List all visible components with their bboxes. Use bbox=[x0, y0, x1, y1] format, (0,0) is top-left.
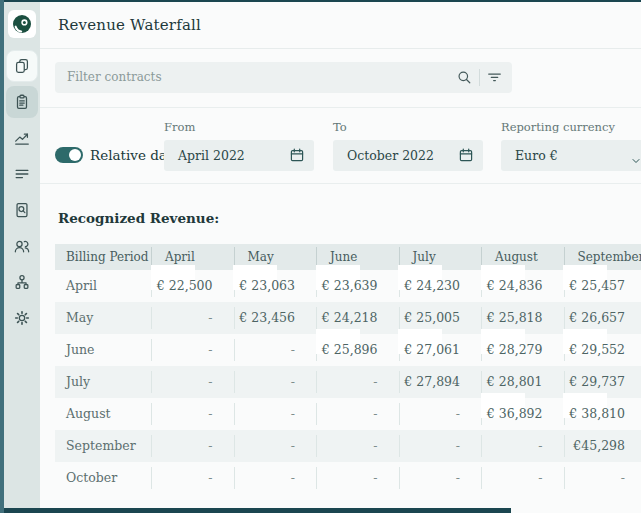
row-label: August bbox=[55, 398, 151, 430]
revenue-value: € 25,457 bbox=[569, 270, 625, 302]
table-cell: € 23,063 bbox=[234, 270, 317, 302]
to-label: To bbox=[333, 120, 347, 134]
empty-value: - bbox=[456, 430, 460, 462]
table-cell: - bbox=[234, 334, 317, 366]
empty-value: - bbox=[373, 366, 377, 398]
sidebar-item-customers[interactable] bbox=[6, 230, 38, 262]
table-cell: - bbox=[151, 366, 234, 398]
revenue-value: € 27,061 bbox=[404, 334, 460, 366]
revenue-table: Billing PeriodAprilMayJuneJulyAugustSept… bbox=[55, 244, 641, 494]
window-frame-top bbox=[0, 0, 641, 2]
page-title: Revenue Waterfall bbox=[40, 2, 641, 49]
empty-value: - bbox=[208, 430, 212, 462]
row-label: July bbox=[55, 366, 151, 398]
table-cell: - bbox=[564, 462, 641, 494]
window-frame-bottom bbox=[0, 508, 511, 513]
empty-value: - bbox=[291, 398, 295, 430]
sidebar-item-integrations[interactable] bbox=[6, 266, 38, 298]
table-cell: € 27,894 bbox=[399, 366, 482, 398]
main-content: Revenue Waterfall Filter contracts bbox=[40, 2, 641, 508]
table-cell: - bbox=[481, 462, 564, 494]
empty-value: - bbox=[373, 462, 377, 494]
empty-value: - bbox=[291, 462, 295, 494]
table-cell: - bbox=[316, 366, 399, 398]
filter-contracts-input[interactable]: Filter contracts bbox=[55, 62, 512, 93]
sidebar-item-contracts[interactable] bbox=[6, 86, 38, 118]
sidebar-item-documents[interactable] bbox=[6, 50, 38, 82]
calendar-icon[interactable] bbox=[289, 147, 305, 167]
table-cell: - bbox=[316, 430, 399, 462]
table-cell: - bbox=[151, 462, 234, 494]
sidebar-nav bbox=[6, 50, 38, 338]
users-icon bbox=[13, 237, 31, 255]
empty-value: - bbox=[208, 334, 212, 366]
revenue-value: € 28,279 bbox=[487, 334, 543, 366]
table-cell: € 23,639 bbox=[316, 270, 399, 302]
recognized-revenue-section: Recognized Revenue: Billing PeriodAprilM… bbox=[40, 184, 641, 494]
table-cell: € 23,456 bbox=[234, 302, 317, 334]
search-row: Filter contracts bbox=[40, 49, 641, 108]
calendar-icon[interactable] bbox=[458, 147, 474, 167]
empty-value: - bbox=[373, 398, 377, 430]
revenue-value: € 38,810 bbox=[569, 398, 625, 430]
table-cell: - bbox=[481, 430, 564, 462]
from-date-field[interactable]: April 2022 bbox=[164, 140, 314, 171]
table-row: September-----€45,298 bbox=[55, 430, 641, 462]
file-search-icon bbox=[13, 201, 31, 219]
gear-icon bbox=[13, 309, 31, 327]
sidebar bbox=[4, 2, 40, 508]
to-date-field[interactable]: October 2022 bbox=[333, 140, 483, 171]
sidebar-item-invoice-search[interactable] bbox=[6, 194, 38, 226]
table-row: August----€ 36,892€ 38,810 bbox=[55, 398, 641, 430]
empty-value: - bbox=[208, 462, 212, 494]
from-label: From bbox=[164, 120, 195, 134]
relative-date-toggle[interactable] bbox=[55, 147, 83, 163]
search-icon[interactable] bbox=[456, 69, 473, 90]
empty-value: - bbox=[291, 334, 295, 366]
from-date-value: April 2022 bbox=[178, 140, 245, 171]
revenue-value: € 36,892 bbox=[487, 398, 543, 430]
sidebar-item-settings[interactable] bbox=[6, 302, 38, 334]
table-cell: - bbox=[399, 430, 482, 462]
date-filter-row: Relative date From April 2022 To October… bbox=[40, 108, 641, 184]
table-cell: € 25,896 bbox=[316, 334, 399, 366]
column-header: Billing Period bbox=[55, 244, 151, 270]
sidebar-item-analytics[interactable] bbox=[6, 122, 38, 154]
empty-value: - bbox=[538, 462, 542, 494]
revenue-value: € 23,456 bbox=[239, 302, 295, 334]
company-logo[interactable] bbox=[8, 10, 36, 38]
table-row: October------ bbox=[55, 462, 641, 494]
empty-value: - bbox=[538, 430, 542, 462]
table-row: June--€ 25,896€ 27,061€ 28,279€ 29,552 bbox=[55, 334, 641, 366]
empty-value: - bbox=[208, 366, 212, 398]
table-wrap: Billing PeriodAprilMayJuneJulyAugustSept… bbox=[55, 244, 641, 494]
table-cell: - bbox=[399, 462, 482, 494]
table-cell: € 27,061 bbox=[399, 334, 482, 366]
row-label: June bbox=[55, 334, 151, 366]
search-filter-divider bbox=[479, 69, 480, 86]
table-cell: € 29,552 bbox=[564, 334, 641, 366]
table-cell: € 36,892 bbox=[481, 398, 564, 430]
table-cell: € 38,810 bbox=[564, 398, 641, 430]
section-heading: Recognized Revenue: bbox=[58, 210, 641, 226]
table-cell: € 28,279 bbox=[481, 334, 564, 366]
row-label: September bbox=[55, 430, 151, 462]
table-cell: - bbox=[234, 366, 317, 398]
reporting-currency-label: Reporting currency bbox=[501, 120, 615, 134]
table-row: April€ 22,500€ 23,063€ 23,639€ 24,230€ 2… bbox=[55, 270, 641, 302]
table-cell: € 24,230 bbox=[399, 270, 482, 302]
table-cell: - bbox=[234, 430, 317, 462]
sidebar-item-ledger[interactable] bbox=[6, 158, 38, 190]
reporting-currency-select[interactable]: Euro € bbox=[501, 140, 641, 171]
revenue-value: € 23,639 bbox=[322, 270, 378, 302]
to-date-value: October 2022 bbox=[347, 140, 434, 171]
revenue-value: € 23,063 bbox=[239, 270, 295, 302]
revenue-value: € 22,500 bbox=[157, 270, 213, 302]
filter-contracts-placeholder: Filter contracts bbox=[67, 62, 162, 93]
table-row: July---€ 27,894€ 28,801€ 29,737 bbox=[55, 366, 641, 398]
table-cell: - bbox=[234, 462, 317, 494]
row-label: April bbox=[55, 270, 151, 302]
documents-icon bbox=[13, 57, 31, 75]
filter-icon[interactable] bbox=[486, 69, 503, 90]
table-cell: - bbox=[151, 334, 234, 366]
